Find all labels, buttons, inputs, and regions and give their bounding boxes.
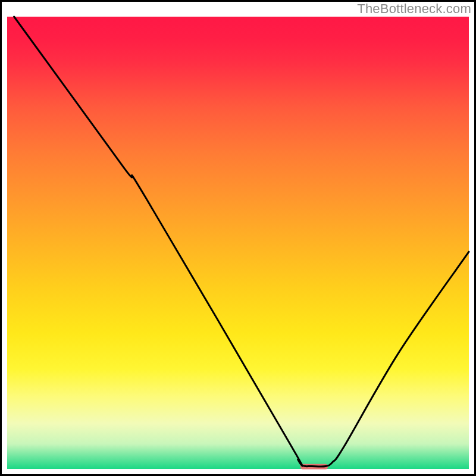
watermark-text: TheBottleneck.com — [357, 1, 471, 17]
margin-bottom — [2, 469, 474, 474]
bottleneck-chart — [0, 0, 476, 476]
margin-right — [469, 2, 474, 474]
chart-container: { "watermark": "TheBottleneck.com", "cha… — [0, 0, 476, 476]
margin-left — [2, 2, 7, 474]
chart-background — [7, 17, 469, 469]
